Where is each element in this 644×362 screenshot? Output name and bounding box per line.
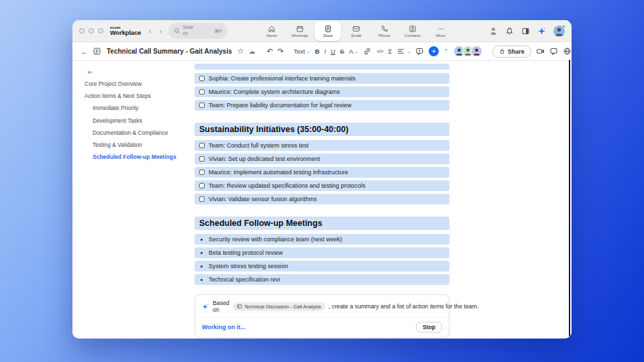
row-text: System stress testing session — [209, 263, 288, 269]
video-icon[interactable] — [536, 47, 545, 56]
docs-home-icon[interactable] — [93, 47, 101, 56]
text-style-menu[interactable]: Text⌄ — [294, 48, 310, 55]
share-button[interactable]: Share — [492, 46, 531, 58]
ai-sparkle-icon — [202, 303, 209, 310]
bullet-dot — [201, 252, 203, 254]
checkbox[interactable] — [199, 183, 205, 188]
calendar-icon — [296, 25, 304, 33]
back-icon[interactable]: ← — [80, 48, 88, 56]
tab-meetings[interactable]: Meetings — [286, 21, 313, 41]
redo-icon[interactable]: ↷ — [278, 47, 284, 56]
checklist-item[interactable]: Sophia: Create professional interface tr… — [195, 73, 449, 84]
checkbox[interactable] — [199, 76, 205, 81]
collapse-outline-icon[interactable]: ⇤ — [88, 68, 93, 76]
sidebar-item[interactable]: Action Items & Next Steps — [85, 93, 193, 99]
nav-forward-button[interactable]: › — [160, 27, 162, 35]
bullet-item[interactable]: Beta testing protocol review — [195, 247, 449, 258]
row-text: Maurice: Implement automated testing inf… — [209, 169, 348, 176]
home-icon — [268, 25, 276, 33]
chat-icon[interactable] — [549, 47, 558, 56]
doc-editor[interactable]: Sophia: Create professional interface tr… — [193, 61, 572, 338]
recording-icon — [237, 304, 242, 309]
tab-more[interactable]: More — [427, 21, 453, 41]
link-icon[interactable] — [363, 47, 372, 56]
tab-email[interactable]: Email — [343, 21, 369, 41]
checklist-item[interactable]: Team: Review updated specifications and … — [195, 180, 449, 191]
favorite-star-icon[interactable]: ☆ — [237, 47, 244, 56]
bullet-item[interactable]: Security review with compliance team (ne… — [195, 234, 449, 245]
checklist-item[interactable]: Maurice: Complete system architecture di… — [195, 86, 449, 97]
sidebar-item[interactable]: Testing & Validation — [85, 141, 193, 148]
phone-icon — [380, 25, 388, 33]
notifications-icon[interactable] — [505, 27, 514, 36]
undo-icon[interactable]: ↶ — [267, 47, 273, 56]
bullet-item[interactable]: Technical specification revi — [195, 274, 449, 285]
underline-button[interactable]: U — [331, 48, 335, 55]
checklist-item[interactable]: Maurice: Implement automated testing inf… — [195, 167, 449, 178]
tab-home[interactable]: Home — [258, 21, 284, 41]
doc-scrollbar[interactable] — [569, 60, 570, 337]
checkbox[interactable] — [199, 196, 205, 202]
tab-phone[interactable]: Phone — [371, 21, 397, 41]
italic-button[interactable]: I — [324, 48, 326, 55]
tab-contacts[interactable]: Contacts — [399, 21, 425, 41]
outline-sidebar: ⇤ Core Project OverviewAction Items & Ne… — [72, 61, 193, 338]
bullet-item[interactable]: System stress testing session — [195, 261, 449, 272]
profile-icon[interactable] — [489, 27, 498, 36]
checklist-item[interactable]: Team: Prepare liability documentation fo… — [195, 100, 449, 111]
sidebar-item[interactable]: Core Project Overview — [85, 80, 193, 87]
collaborator-avatar[interactable] — [471, 46, 482, 57]
checklist-item[interactable]: Team: Conduct full system stress test — [195, 140, 449, 151]
close-button[interactable] — [79, 28, 85, 34]
outline-list: Core Project OverviewAction Items & Next… — [85, 80, 193, 160]
checklist-item[interactable]: Vivian: Validate sensor fusion algorithm… — [195, 194, 449, 204]
checkbox[interactable] — [199, 156, 205, 162]
row-text: Team: Review updated specifications and … — [209, 182, 366, 189]
minimize-button[interactable] — [89, 28, 94, 34]
collaborator-avatars — [453, 46, 482, 57]
topbar-tabs: HomeMeetingsDocsEmailPhoneContactsMore — [258, 21, 453, 41]
side-panel-icon[interactable] — [521, 27, 530, 36]
clipped-row — [195, 64, 449, 70]
checkbox[interactable] — [199, 170, 205, 175]
insert-plus-button[interactable]: + — [429, 46, 439, 56]
maximize-button[interactable] — [98, 28, 103, 34]
globe-icon[interactable] — [563, 47, 572, 56]
doc-sections: Sophia: Create professional interface tr… — [195, 73, 449, 285]
ai-companion-panel: Based on Technical Discussion - Gait Ana… — [195, 294, 449, 338]
row-text: Vivian: Validate sensor fusion algorithm… — [209, 196, 317, 202]
code-button[interactable]: </> — [376, 48, 383, 54]
bold-button[interactable]: B — [315, 48, 319, 55]
nav-back-button[interactable]: ‹ — [149, 27, 152, 35]
row-text: Sophia: Create professional interface tr… — [209, 75, 356, 82]
search-input[interactable]: Search ⌘F — [168, 23, 227, 39]
mail-icon — [352, 25, 360, 33]
section-heading: Scheduled Follow-up Meetings — [195, 217, 449, 230]
stop-button[interactable]: Stop — [416, 322, 442, 333]
collapse-toolbar-icon[interactable]: ⌃ — [443, 48, 449, 55]
content-area: ⇤ Core Project OverviewAction Items & Ne… — [72, 61, 572, 338]
sidebar-item[interactable]: Immediate Priority — [85, 105, 193, 111]
user-avatar[interactable] — [553, 25, 565, 37]
window-controls — [79, 28, 103, 34]
text-color-menu[interactable]: A⌄ — [349, 48, 358, 55]
checkbox[interactable] — [199, 103, 205, 108]
strikethrough-button[interactable]: S — [340, 48, 344, 55]
source-doc-chip[interactable]: Technical Discussion - Gait Analysis — [233, 302, 325, 311]
tab-docs[interactable]: Docs — [315, 21, 341, 41]
sidebar-item[interactable]: Documentation & Compliance — [85, 129, 193, 136]
ai-companion-icon[interactable] — [537, 27, 546, 36]
formula-button[interactable]: Σ — [388, 48, 392, 55]
bullet-dot — [201, 265, 203, 267]
checkbox[interactable] — [199, 89, 205, 95]
sidebar-item[interactable]: Development Tasks — [85, 117, 193, 124]
app-window: zoom Workplace ‹ › Search ⌘F HomeMeeting… — [72, 20, 572, 339]
comment-icon[interactable] — [415, 47, 424, 56]
more-icon — [437, 25, 445, 33]
ai-prompt-prefix: Based on — [213, 300, 229, 313]
align-menu[interactable]: ⌄ — [396, 47, 411, 56]
doc-toolbar: ← Technical Call Summary - Gait Analysis… — [72, 42, 572, 61]
checklist-item[interactable]: Vivian: Set up dedicated test environmen… — [195, 154, 449, 164]
checkbox[interactable] — [199, 143, 205, 148]
sidebar-item[interactable]: Scheduled Follow-up Meetings — [85, 154, 193, 160]
